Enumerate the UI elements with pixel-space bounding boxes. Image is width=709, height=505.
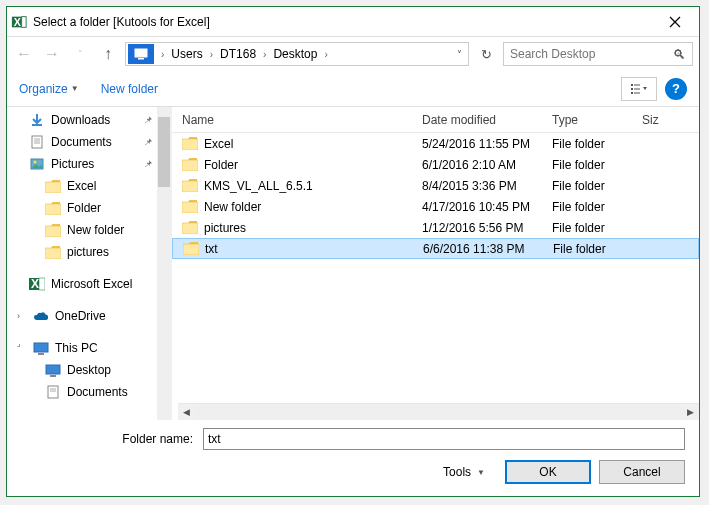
file-date: 6/6/2016 11:38 PM xyxy=(423,242,553,256)
svg-rect-3 xyxy=(135,49,147,57)
up-button[interactable]: ↑ xyxy=(97,43,119,65)
file-row[interactable]: Excel5/24/2016 11:55 PMFile folder xyxy=(172,133,699,154)
scroll-left-button[interactable]: ◀ xyxy=(178,404,195,421)
sidebar-item-label: Documents xyxy=(67,385,128,399)
breadcrumb-item[interactable]: Desktop xyxy=(271,47,319,61)
sidebar-item-documents[interactable]: Documents 📌︎ xyxy=(7,131,171,153)
sidebar-item-label: New folder xyxy=(67,223,124,237)
chevron-right-icon[interactable]: › xyxy=(205,49,218,60)
sidebar-item-folder[interactable]: Excel xyxy=(7,175,171,197)
thispc-icon xyxy=(33,340,49,356)
help-button[interactable]: ? xyxy=(665,78,687,100)
scrollbar-thumb[interactable] xyxy=(158,117,170,187)
file-date: 8/4/2015 3:36 PM xyxy=(422,179,552,193)
chevron-right-icon[interactable]: › xyxy=(319,49,332,60)
foldername-input[interactable] xyxy=(203,428,685,450)
sidebar-item-label: Desktop xyxy=(67,363,111,377)
new-folder-button[interactable]: New folder xyxy=(101,82,158,96)
scroll-track[interactable] xyxy=(195,404,682,421)
svg-rect-4 xyxy=(138,58,144,60)
close-button[interactable] xyxy=(655,8,695,36)
folder-icon xyxy=(45,244,61,260)
cancel-button[interactable]: Cancel xyxy=(599,460,685,484)
refresh-button[interactable]: ↻ xyxy=(475,43,497,65)
breadcrumb[interactable]: › Users › DT168 › Desktop › ˅ xyxy=(125,42,469,66)
desktop-root-icon[interactable] xyxy=(128,44,154,64)
svg-rect-33 xyxy=(182,160,198,171)
breadcrumb-item[interactable]: DT168 xyxy=(218,47,258,61)
file-row[interactable]: New folder4/17/2016 10:45 PMFile folder xyxy=(172,196,699,217)
sidebar-item-msexcel[interactable]: X Microsoft Excel xyxy=(7,273,171,295)
sidebar-item-folder[interactable]: Folder xyxy=(7,197,171,219)
sidebar-item-folder[interactable]: pictures xyxy=(7,241,171,263)
sidebar-item-folder[interactable]: New folder xyxy=(7,219,171,241)
file-row[interactable]: txt6/6/2016 11:38 PMFile folder xyxy=(172,238,699,259)
svg-rect-28 xyxy=(50,375,56,377)
file-row[interactable]: pictures1/12/2016 5:56 PMFile folder xyxy=(172,217,699,238)
svg-rect-8 xyxy=(634,88,640,89)
expand-caret-icon[interactable]: › xyxy=(15,341,29,355)
forward-button[interactable]: → xyxy=(41,43,63,65)
svg-rect-26 xyxy=(38,353,44,355)
file-rows[interactable]: Excel5/24/2016 11:55 PMFile folderFolder… xyxy=(172,133,699,403)
file-date: 1/12/2016 5:56 PM xyxy=(422,221,552,235)
sidebar-item-documents[interactable]: Documents xyxy=(7,381,171,403)
horizontal-scrollbar[interactable]: ◀ ▶ xyxy=(178,403,699,420)
tools-menu[interactable]: Tools ▼ xyxy=(443,465,485,479)
file-row[interactable]: KMS_VL_ALL_6.5.18/4/2015 3:36 PMFile fol… xyxy=(172,175,699,196)
recent-dropdown[interactable]: ˅ xyxy=(69,43,91,65)
sidebar-item-thispc[interactable]: › This PC xyxy=(7,337,171,359)
file-name: KMS_VL_ALL_6.5.1 xyxy=(204,179,313,193)
file-row[interactable]: Folder6/1/2016 2:10 AMFile folder xyxy=(172,154,699,175)
sidebar-item-label: Documents xyxy=(51,135,112,149)
chevron-down-icon: ▼ xyxy=(71,84,79,93)
svg-text:X: X xyxy=(14,15,22,27)
sidebar-item-label: Folder xyxy=(67,201,101,215)
organize-menu[interactable]: Organize ▼ xyxy=(19,82,79,96)
scroll-right-button[interactable]: ▶ xyxy=(682,404,699,421)
search-box[interactable]: 🔍︎ xyxy=(503,42,693,66)
foldername-row: Folder name: xyxy=(21,428,685,450)
sidebar-item-label: This PC xyxy=(55,341,98,355)
back-button[interactable]: ← xyxy=(13,43,35,65)
sidebar-item-label: Microsoft Excel xyxy=(51,277,132,291)
view-options-button[interactable] xyxy=(621,77,657,101)
pin-icon: 📌︎ xyxy=(144,115,153,125)
sidebar-scrollbar[interactable] xyxy=(157,107,171,420)
column-header-type[interactable]: Type xyxy=(552,113,642,127)
pictures-icon xyxy=(29,156,45,172)
breadcrumb-item[interactable]: Users xyxy=(169,47,204,61)
file-name: Folder xyxy=(204,158,238,172)
sidebar-item-onedrive[interactable]: › OneDrive xyxy=(7,305,171,327)
breadcrumb-dropdown[interactable]: ˅ xyxy=(453,49,466,60)
column-header-size[interactable]: Siz xyxy=(642,113,699,127)
file-name: New folder xyxy=(204,200,261,214)
file-list: Name Date modified Type Siz Excel5/24/20… xyxy=(172,107,699,420)
chevron-right-icon[interactable]: › xyxy=(156,49,169,60)
footer: Folder name: Tools ▼ OK Cancel xyxy=(7,420,699,496)
sidebar-item-downloads[interactable]: Downloads 📌︎ xyxy=(7,109,171,131)
svg-rect-20 xyxy=(45,226,61,237)
svg-point-17 xyxy=(34,161,37,164)
search-input[interactable] xyxy=(510,47,673,61)
expand-caret-icon[interactable]: › xyxy=(17,311,27,321)
svg-rect-10 xyxy=(634,92,640,93)
button-row: Tools ▼ OK Cancel xyxy=(21,460,685,484)
sidebar-item-desktop[interactable]: Desktop xyxy=(7,359,171,381)
file-type: File folder xyxy=(552,221,642,235)
ok-button[interactable]: OK xyxy=(505,460,591,484)
svg-rect-36 xyxy=(182,223,198,234)
column-header-date[interactable]: Date modified xyxy=(422,113,552,127)
navigation-pane[interactable]: Downloads 📌︎ Documents 📌︎ Pictures 📌︎ Ex… xyxy=(7,107,172,420)
column-header-name[interactable]: Name xyxy=(172,113,422,127)
svg-rect-37 xyxy=(183,244,199,255)
folder-select-dialog: X Select a folder [Kutools for Excel] ← … xyxy=(6,6,700,497)
folder-icon xyxy=(45,222,61,238)
organize-label: Organize xyxy=(19,82,68,96)
svg-rect-27 xyxy=(46,365,60,374)
svg-rect-19 xyxy=(45,204,61,215)
onedrive-icon xyxy=(33,308,49,324)
search-icon[interactable]: 🔍︎ xyxy=(673,47,686,62)
sidebar-item-pictures[interactable]: Pictures 📌︎ xyxy=(7,153,171,175)
chevron-right-icon[interactable]: › xyxy=(258,49,271,60)
